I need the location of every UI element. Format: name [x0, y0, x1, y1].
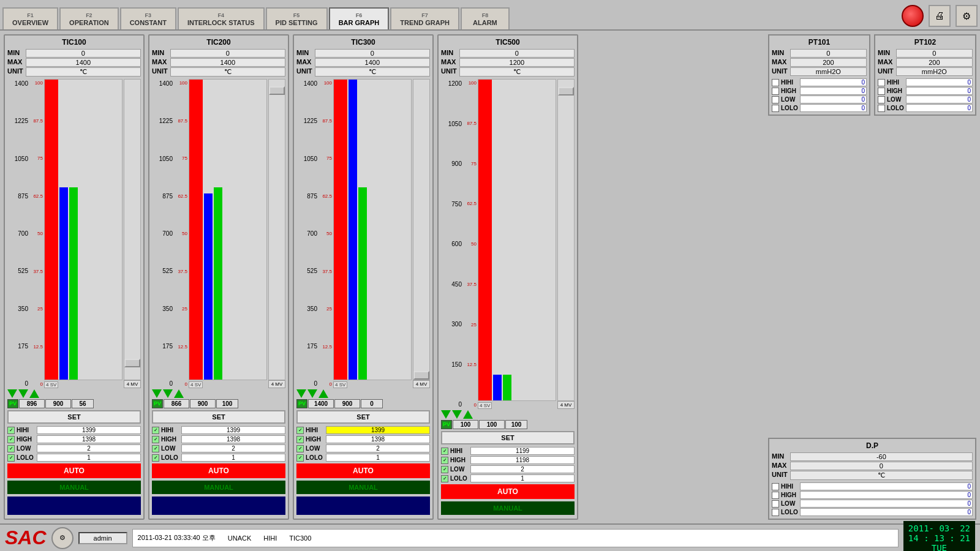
tic100-high-value[interactable]: 1398: [37, 435, 141, 443]
tic200-auto-btn[interactable]: AUTO: [152, 463, 285, 478]
tic100-set-btn[interactable]: SET: [7, 410, 141, 424]
dp-low-check[interactable]: [772, 500, 779, 508]
pt101-hihi-value[interactable]: 0: [800, 78, 867, 86]
tic100-sv-row: 4 SV: [44, 381, 123, 388]
tic300-high-value[interactable]: 1398: [326, 435, 430, 443]
tic500-high-check[interactable]: ✓: [441, 457, 448, 464]
pt101-lolo-row: LOLO 0: [772, 104, 867, 112]
tic200-low-value[interactable]: 2: [181, 444, 285, 452]
tic500-lolo-value[interactable]: 1: [470, 474, 575, 482]
tic500-scale: 120010509007506004503001500: [441, 79, 463, 409]
tic500-manual-btn[interactable]: MANUAL: [441, 501, 575, 515]
tic200-manual-btn[interactable]: MANUAL: [152, 481, 285, 494]
tic200-high-value[interactable]: 1398: [181, 435, 285, 443]
pt101-hihi-check[interactable]: [772, 79, 779, 86]
tic100-blue-btn[interactable]: [7, 497, 141, 515]
pt102-hihi-check[interactable]: [878, 79, 885, 86]
tic300-set-btn[interactable]: SET: [296, 410, 430, 424]
tab-trend[interactable]: F7 TREND GRAPH: [390, 7, 459, 29]
plc-button[interactable]: [902, 5, 924, 27]
tic100-hihi-value[interactable]: 1399: [37, 426, 141, 434]
sac-icon[interactable]: ⚙: [51, 527, 74, 549]
tic300-low-value[interactable]: 2: [326, 444, 430, 452]
tic500-mv-handle[interactable]: [558, 87, 574, 96]
pt101-high-value[interactable]: 0: [800, 87, 867, 95]
admin-field[interactable]: admin: [78, 532, 127, 544]
pt102-lolo-value[interactable]: 0: [906, 104, 973, 112]
dp-lolo-value[interactable]: 0: [800, 508, 973, 516]
dp-low-value[interactable]: 0: [800, 500, 973, 508]
tab-overview[interactable]: F1 OVERVIEW: [2, 7, 58, 29]
tic100-lolo-value[interactable]: 1: [37, 454, 141, 462]
tic100-low-check[interactable]: ✓: [7, 445, 15, 452]
tic100-lolo-check[interactable]: ✓: [7, 454, 15, 462]
tic100-manual-btn[interactable]: MANUAL: [7, 481, 141, 494]
tic100-red-bar: [45, 80, 58, 380]
tic300-lolo-row: ✓ LOLO 1: [296, 454, 430, 462]
tic300-hihi-check[interactable]: ✓: [296, 427, 304, 434]
tic500-high-value[interactable]: 1198: [470, 456, 575, 464]
pt102-lolo-check[interactable]: [878, 105, 885, 112]
tab-pid[interactable]: F5 PID SETTING: [266, 7, 328, 29]
pt101-lolo-value[interactable]: 0: [800, 104, 867, 112]
tic500-hihi-value[interactable]: 1199: [470, 447, 575, 455]
tic100-high-check[interactable]: ✓: [7, 436, 15, 443]
tab-constant-label: CONSTANT: [130, 19, 167, 26]
tic100-hihi-check[interactable]: ✓: [7, 427, 15, 434]
pt102-high-check[interactable]: [878, 88, 885, 95]
tic300-lolo-value[interactable]: 1: [326, 454, 430, 462]
pt102-high-value[interactable]: 0: [906, 87, 973, 95]
tic200-blue-btn[interactable]: [152, 497, 285, 515]
tic100-auto-btn[interactable]: AUTO: [7, 463, 141, 478]
tic300-blue-btn[interactable]: [296, 497, 430, 515]
pt102-low-value[interactable]: 0: [906, 96, 973, 103]
tic500-low-value[interactable]: 2: [470, 465, 575, 473]
pt102-hihi-value[interactable]: 0: [906, 78, 973, 86]
tic100-mv-handle[interactable]: [124, 359, 140, 367]
time-date: 2011- 03- 22: [908, 523, 970, 533]
pt101-low-row: LOW 0: [772, 96, 867, 103]
tic200-lolo-value[interactable]: 1: [181, 454, 285, 462]
tic300-lolo-check[interactable]: ✓: [296, 454, 304, 462]
tic200-set-btn[interactable]: SET: [152, 410, 285, 424]
tab-constant[interactable]: F3 CONSTANT: [120, 7, 176, 29]
tic200-hihi-check[interactable]: ✓: [152, 427, 159, 434]
tic200-low-check[interactable]: ✓: [152, 445, 159, 452]
tic300-hihi-value[interactable]: 1399: [326, 426, 430, 434]
tic500-auto-btn[interactable]: AUTO: [441, 484, 575, 499]
tic500-low-check[interactable]: ✓: [441, 466, 448, 473]
pt101-high-check[interactable]: [772, 88, 779, 95]
settings-button[interactable]: ⚙: [956, 5, 978, 27]
pt101-lolo-check[interactable]: [772, 105, 779, 112]
tic300-low-check[interactable]: ✓: [296, 445, 304, 452]
tab-operation[interactable]: F2 OPERATION: [59, 7, 119, 29]
tic200-high-check[interactable]: ✓: [152, 436, 159, 443]
tic300-mv-handle[interactable]: [413, 371, 429, 380]
fkey-f5: F5: [293, 12, 300, 18]
tic500-hihi-check[interactable]: ✓: [441, 448, 448, 455]
tic300-high-check[interactable]: ✓: [296, 436, 304, 443]
dp-high-check[interactable]: [772, 492, 779, 499]
print-button[interactable]: 🖨: [929, 5, 951, 27]
tic300-manual-btn[interactable]: MANUAL: [296, 481, 430, 494]
tic200-lolo-check[interactable]: ✓: [152, 454, 159, 462]
pt102-low-check[interactable]: [878, 96, 885, 103]
pt102-max-value: 200: [896, 58, 973, 67]
dp-max-label: MAX: [772, 462, 788, 470]
dp-lolo-check[interactable]: [772, 509, 779, 516]
tic300-auto-btn[interactable]: AUTO: [296, 463, 430, 478]
tic200-mv-handle[interactable]: [269, 86, 285, 95]
pt101-low-value[interactable]: 0: [800, 96, 867, 103]
tab-bargraph[interactable]: F6 BAR GRAPH: [329, 7, 390, 29]
dp-hihi-check[interactable]: [772, 483, 779, 490]
dp-high-value[interactable]: 0: [800, 491, 973, 499]
tic500-set-btn[interactable]: SET: [441, 431, 575, 444]
tic200-hihi-value[interactable]: 1399: [181, 426, 285, 434]
tic500-lolo-check[interactable]: ✓: [441, 475, 448, 482]
tab-alarm[interactable]: F8 ALARM: [461, 7, 510, 29]
pt101-low-check[interactable]: [772, 96, 779, 103]
tab-interlock[interactable]: F4 INTERLOCK STATUS: [178, 7, 265, 29]
tic100-low-value[interactable]: 2: [37, 444, 141, 452]
dp-hihi-value[interactable]: 0: [800, 482, 973, 490]
tic300-scale: 1400122510508757005253501750: [296, 79, 318, 388]
